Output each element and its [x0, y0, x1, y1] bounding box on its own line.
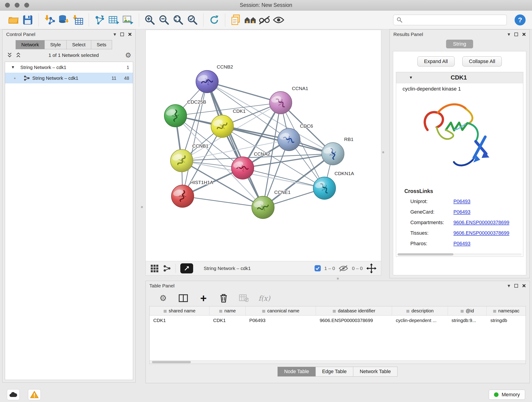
column-header[interactable]: ▦ name: [209, 306, 246, 315]
network-row[interactable]: ● String Network – cdk1 11 48: [5, 73, 133, 83]
tab-node-table[interactable]: Node Table: [278, 367, 316, 376]
float-panel-icon[interactable]: [514, 284, 518, 288]
tree-expanded-icon[interactable]: ▼: [11, 65, 15, 70]
tab-select[interactable]: Select: [66, 40, 91, 49]
show-columns-icon[interactable]: [178, 293, 189, 304]
network-node-CDK1[interactable]: [211, 115, 234, 138]
add-column-icon[interactable]: +: [198, 293, 209, 304]
import-table-button[interactable]: [71, 13, 85, 27]
network-node-CCNB1[interactable]: [171, 149, 193, 172]
new-network-button[interactable]: [93, 13, 107, 27]
home-networks-button[interactable]: [243, 13, 257, 27]
protein-card-header[interactable]: ▼ CDK1: [396, 72, 523, 83]
import-table-icon: [72, 15, 84, 25]
apply-layout-button[interactable]: [207, 13, 221, 27]
crosslink-uniprot[interactable]: P06493: [453, 199, 470, 204]
column-header[interactable]: ▦ @id: [448, 306, 487, 315]
birds-eye-view-toggle[interactable]: [180, 263, 193, 274]
network-node-RB1[interactable]: [322, 143, 344, 165]
zoom-selected-icon: [187, 14, 198, 26]
column-header[interactable]: ▦ database identifier: [316, 306, 392, 315]
network-collection-row[interactable]: ▼ String Network – cdk1 1: [5, 62, 133, 73]
import-network-file-button[interactable]: [42, 13, 57, 27]
warnings-button[interactable]: [28, 389, 41, 400]
collapse-panel-icon[interactable]: ▾: [508, 32, 510, 37]
network-node-CDC25B[interactable]: [164, 104, 187, 127]
search-input[interactable]: [405, 17, 503, 23]
gear-icon[interactable]: ⚙: [125, 52, 131, 59]
collapse-all-button[interactable]: Collapse All: [462, 56, 502, 66]
table-row[interactable]: CDK1 CDK1 P06493 9606.ENSP00000378699 cy…: [150, 316, 526, 325]
selected-nodes-checkbox[interactable]: [315, 265, 321, 271]
collapse-panel-icon[interactable]: ▾: [508, 283, 510, 289]
copy-document-button[interactable]: [229, 13, 243, 27]
close-panel-icon[interactable]: ×: [522, 31, 526, 38]
tab-edge-table[interactable]: Edge Table: [316, 367, 353, 376]
show-hidden-button[interactable]: [272, 13, 286, 27]
close-panel-icon[interactable]: ×: [522, 283, 526, 289]
network-node-HIST1H1A[interactable]: [171, 185, 194, 207]
tab-sets[interactable]: Sets: [91, 40, 112, 49]
zoom-in-button[interactable]: [143, 13, 157, 27]
expand-all-rows-icon[interactable]: [7, 52, 13, 58]
network-node-CDKN1A[interactable]: [313, 177, 336, 199]
cloud-button[interactable]: [7, 389, 20, 400]
search-icon: [397, 17, 403, 23]
tab-style[interactable]: Style: [44, 40, 67, 49]
network-edge[interactable]: [207, 82, 263, 207]
network-edge[interactable]: [183, 196, 263, 207]
column-header[interactable]: ▦ canonical name: [246, 306, 316, 315]
crosslink-pharos[interactable]: P06493: [453, 241, 470, 247]
tab-network-table[interactable]: Network Table: [353, 367, 398, 376]
open-session-button[interactable]: [6, 13, 21, 27]
crosslink-genecard[interactable]: P06493: [453, 209, 470, 215]
zoom-out-button[interactable]: [157, 13, 171, 27]
memory-button[interactable]: Memory: [489, 390, 525, 400]
card-scrollbar[interactable]: [398, 253, 522, 255]
network-node-CCNA1[interactable]: [269, 91, 292, 114]
tab-string[interactable]: String: [446, 40, 473, 48]
delete-column-icon[interactable]: [218, 293, 229, 304]
tab-network[interactable]: Network: [16, 40, 45, 49]
save-session-button[interactable]: [21, 13, 35, 27]
help-button[interactable]: ?: [515, 14, 526, 26]
table-horizontal-scrollbar[interactable]: [150, 360, 526, 364]
network-node-CCNE1[interactable]: [252, 196, 274, 219]
network-edge[interactable]: [207, 82, 281, 103]
network-node-CDC6[interactable]: [278, 128, 300, 151]
table-settings-gear-icon[interactable]: ⚙: [158, 293, 169, 304]
grid-view-icon[interactable]: [150, 264, 158, 273]
collapse-panel-icon[interactable]: ▾: [114, 32, 116, 37]
bottom-splitter-handle[interactable]: [337, 278, 339, 280]
tree-expanded-icon[interactable]: ▼: [409, 75, 413, 80]
left-splitter-handle[interactable]: [141, 206, 143, 208]
float-panel-icon[interactable]: [514, 32, 518, 36]
column-header[interactable]: ▦ namespac: [487, 306, 526, 315]
table-header-row: ▦ shared name ▦ name ▦ canonical name ▦ …: [150, 306, 526, 316]
column-header[interactable]: ▦ description: [392, 306, 448, 315]
crosslink-tissues[interactable]: 9606.ENSP00000378699: [453, 230, 509, 236]
column-header[interactable]: ▦ shared name: [150, 306, 209, 315]
new-table-button[interactable]: [107, 13, 121, 27]
network-node-CCNA2[interactable]: [231, 157, 254, 179]
expand-all-button[interactable]: Expand All: [418, 56, 455, 66]
network-edge[interactable]: [183, 82, 207, 196]
control-panel-title: Control Panel: [6, 32, 35, 37]
network-list-icon[interactable]: [163, 265, 171, 272]
close-panel-icon[interactable]: ×: [128, 31, 132, 38]
zoom-selected-button[interactable]: [185, 13, 200, 27]
zoom-fit-button[interactable]: [171, 13, 185, 27]
collapse-all-rows-icon[interactable]: [15, 52, 22, 58]
hide-selected-button[interactable]: [257, 13, 272, 27]
float-panel-icon[interactable]: [120, 32, 124, 36]
string-network-graph[interactable]: CCNB2CCNA1CDC25BCDK1CDC6RB1CCNB1CCNA2CDK…: [146, 30, 381, 261]
right-splitter-handle[interactable]: [382, 151, 384, 153]
network-node-CCNB2[interactable]: [196, 70, 218, 93]
import-network-database-button[interactable]: [57, 13, 71, 27]
column-type-icon: ▦: [262, 309, 265, 313]
pan-crosshair-icon[interactable]: [366, 263, 376, 274]
export-image-button[interactable]: [121, 13, 135, 27]
crosslink-label: Uniprot:: [410, 199, 453, 204]
crosslink-compartments[interactable]: 9606.ENSP00000378699: [453, 220, 509, 225]
network-canvas[interactable]: CCNB2CCNA1CDC25BCDK1CDC6RB1CCNB1CCNA2CDK…: [146, 30, 381, 261]
